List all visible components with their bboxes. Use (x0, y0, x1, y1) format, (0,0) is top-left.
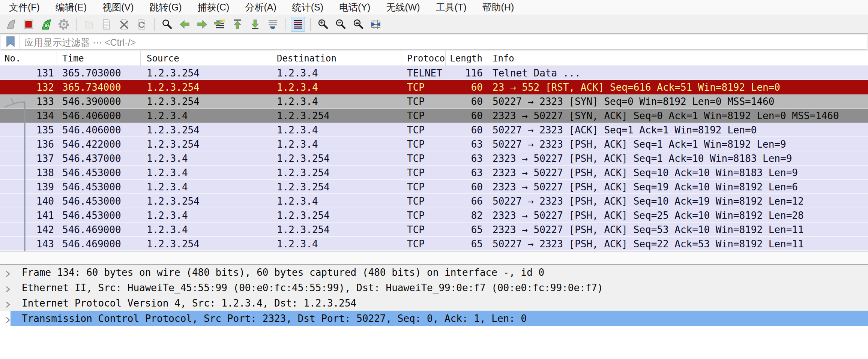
arrow-up-bar-icon (231, 18, 243, 30)
packet-row-132[interactable]: 132 365.734000 1.2.3.254 1.2.3.4 TCP 60 … (0, 80, 868, 94)
cell-no: 134 (0, 109, 57, 123)
cell-source: 1.2.3.254 (141, 80, 271, 94)
packet-row-136[interactable]: 136 546.422000 1.2.3.254 1.2.3.4 TCP 63 … (0, 137, 868, 151)
cell-length: 63 (446, 137, 487, 151)
auto-scroll-button[interactable] (266, 17, 280, 32)
column-header-source[interactable]: Source (141, 51, 271, 66)
toolbar-separator (154, 18, 155, 31)
last-packet-button[interactable] (248, 17, 262, 32)
packet-row-139[interactable]: 139 546.453000 1.2.3.4 1.2.3.254 TCP 60 … (0, 180, 868, 194)
zoom-out-button[interactable] (333, 17, 348, 32)
cell-destination: 1.2.3.254 (271, 208, 401, 223)
previous-packet-button[interactable] (177, 17, 192, 32)
close-file-button[interactable] (117, 17, 131, 32)
restart-capture-button[interactable] (39, 17, 53, 32)
column-header-time[interactable]: Time (57, 51, 141, 66)
open-file-button[interactable] (82, 17, 96, 32)
packet-row-140[interactable]: 140 546.453000 1.2.3.254 1.2.3.4 TCP 66 … (0, 194, 868, 208)
colorize-icon (292, 18, 304, 30)
cell-info: 50227 → 2323 [PSH, ACK] Seq=10 Ack=19 Wi… (487, 194, 868, 208)
cell-destination: 1.2.3.254 (271, 109, 401, 123)
stop-capture-button[interactable] (21, 17, 36, 32)
cell-no: 139 (0, 180, 57, 194)
packet-row-134[interactable]: 134 546.406000 1.2.3.4 1.2.3.254 TCP 60 … (0, 109, 868, 123)
chevron-right-icon[interactable] (5, 315, 11, 322)
menu-item-6[interactable]: 统计(S) (290, 0, 326, 14)
column-header-no[interactable]: No. (0, 51, 57, 66)
cell-time: 546.437000 (57, 151, 141, 166)
packet-row-138[interactable]: 138 546.453000 1.2.3.4 1.2.3.254 TCP 63 … (0, 166, 868, 180)
menu-item-5[interactable]: 分析(A) (243, 0, 278, 14)
packet-row-135[interactable]: 135 546.406000 1.2.3.254 1.2.3.4 TCP 60 … (0, 123, 868, 137)
cell-time: 546.453000 (57, 180, 141, 194)
menu-item-3[interactable]: 跳转(G) (147, 0, 184, 14)
menu-item-9[interactable]: 工具(T) (434, 0, 469, 14)
cell-time: 546.453000 (57, 208, 141, 223)
cell-destination: 1.2.3.4 (271, 66, 401, 80)
cell-time: 546.453000 (57, 194, 141, 208)
detail-tree-row-3[interactable]: Transmission Control Protocol, Src Port:… (11, 311, 868, 326)
cell-protocol: TCP (401, 223, 446, 237)
cell-source: 1.2.3.4 (141, 166, 271, 180)
cell-length: 63 (446, 166, 487, 180)
packet-row-133[interactable]: 133 546.390000 1.2.3.254 1.2.3.4 TCP 60 … (0, 94, 868, 109)
menu-item-0[interactable]: 文件(F) (7, 0, 42, 14)
packet-row-131[interactable]: 131 365.703000 1.2.3.254 1.2.3.4 TELNET … (0, 66, 868, 80)
column-header-length[interactable]: Length (446, 51, 487, 66)
detail-tree-row-1[interactable]: Ethernet II, Src: HuaweiTe_45:55:99 (00:… (0, 280, 868, 295)
cell-protocol: TCP (401, 194, 446, 208)
packet-detail-pane: Frame 134: 60 bytes on wire (480 bits), … (0, 265, 868, 359)
reload-file-button[interactable] (135, 17, 149, 32)
display-filter-input[interactable] (20, 35, 867, 49)
go-to-packet-button[interactable] (213, 17, 227, 32)
toolbar-separator (310, 18, 311, 31)
menu-item-8[interactable]: 无线(W) (384, 0, 422, 14)
packet-row-141[interactable]: 141 546.453000 1.2.3.4 1.2.3.254 TCP 82 … (0, 208, 868, 223)
cell-info: 50227 → 2323 [PSH, ACK] Seq=1 Ack=1 Win=… (487, 137, 868, 151)
next-packet-button[interactable] (195, 17, 209, 32)
chevron-right-icon[interactable] (5, 299, 11, 307)
shark-fin-icon (5, 18, 17, 30)
menu-item-1[interactable]: 编辑(E) (53, 0, 89, 14)
cell-destination: 1.2.3.4 (271, 94, 401, 109)
cell-source: 1.2.3.4 (141, 180, 271, 194)
column-header-destination[interactable]: Destination (271, 51, 401, 66)
find-packet-button[interactable] (160, 17, 174, 32)
cell-time: 546.469000 (57, 223, 141, 237)
menu-item-7[interactable]: 电话(Y) (337, 0, 372, 14)
arrow-down-bar-icon (249, 18, 261, 30)
cell-no: 141 (0, 208, 57, 223)
cell-protocol: TCP (401, 151, 446, 166)
cell-protocol: TCP (401, 109, 446, 123)
packet-row-143[interactable]: 143 546.469000 1.2.3.254 1.2.3.4 TCP 65 … (0, 237, 868, 251)
pane-splitter[interactable] (0, 251, 868, 265)
menu-item-2[interactable]: 视图(V) (100, 0, 136, 14)
zoom-in-button[interactable] (316, 17, 330, 32)
cell-time: 546.406000 (57, 109, 141, 123)
display-filter-field[interactable] (1, 35, 867, 50)
zoom-reset-button[interactable] (351, 17, 365, 32)
capture-options-button[interactable] (57, 17, 71, 32)
column-header-info[interactable]: Info (487, 51, 868, 66)
detail-tree-row-2[interactable]: Internet Protocol Version 4, Src: 1.2.3.… (0, 295, 868, 311)
detail-tree-row-0[interactable]: Frame 134: 60 bytes on wire (480 bits), … (0, 265, 868, 280)
save-file-button[interactable]: 010101100111 (99, 17, 114, 32)
packet-row-137[interactable]: 137 546.437000 1.2.3.4 1.2.3.254 TCP 63 … (0, 151, 868, 166)
colorize-packets-button[interactable] (291, 17, 305, 32)
cell-destination: 1.2.3.4 (271, 137, 401, 151)
menu-item-10[interactable]: 帮助(H) (480, 0, 517, 14)
filter-bookmark-button[interactable] (1, 35, 20, 49)
folder-icon (83, 18, 95, 30)
column-header-protocol[interactable]: Protocol (401, 51, 446, 66)
cell-no: 136 (0, 137, 57, 151)
chevron-right-icon[interactable] (5, 269, 11, 276)
resize-columns-button[interactable] (369, 17, 383, 32)
start-capture-button[interactable] (4, 17, 18, 32)
packet-row-142[interactable]: 142 546.469000 1.2.3.4 1.2.3.254 TCP 65 … (0, 223, 868, 237)
file-binary-icon: 010101100111 (101, 18, 113, 30)
svg-text:0101: 0101 (104, 21, 110, 24)
menu-item-4[interactable]: 捕获(C) (195, 0, 232, 14)
chevron-right-icon[interactable] (5, 284, 11, 292)
cell-no: 137 (0, 151, 57, 166)
first-packet-button[interactable] (230, 17, 245, 32)
